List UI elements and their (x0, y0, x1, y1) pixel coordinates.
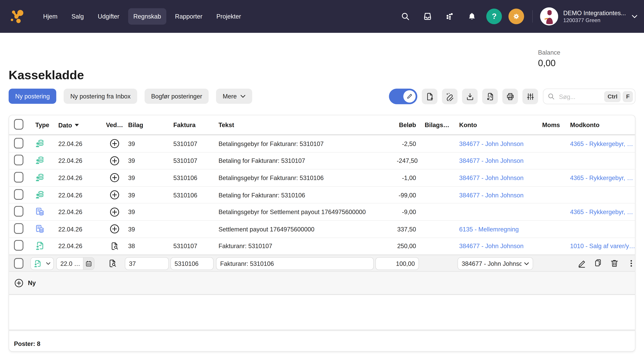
row-checkbox[interactable] (14, 223, 24, 234)
date-field[interactable]: 22.0 … (56, 257, 94, 270)
auto-attach-button[interactable] (442, 89, 458, 104)
column-tekst[interactable]: Tekst (216, 121, 397, 128)
row-dato: 22.04.26 (56, 157, 105, 164)
more-options-kebab-icon[interactable] (627, 259, 636, 268)
search-icon (548, 93, 555, 100)
row-checkbox[interactable] (14, 240, 24, 251)
print-button[interactable] (502, 89, 518, 104)
column-dato[interactable]: Dato (56, 121, 105, 129)
search-input[interactable] (558, 93, 604, 100)
table-row[interactable]: 22.04.26 38 5310107 Fakturanr: 5310107 2… (9, 238, 635, 255)
row-checkbox[interactable] (14, 189, 24, 199)
modkonto-link[interactable]: 4365 - Rykkergebyr, … (570, 208, 633, 215)
nav-item-regnskab[interactable]: Regnskab (128, 8, 166, 25)
konto-link[interactable]: 384677 - John Johnson (459, 140, 524, 147)
import-button[interactable] (462, 89, 478, 104)
plus-circle-icon[interactable] (109, 138, 120, 149)
type-select[interactable] (30, 257, 54, 270)
account-avatar[interactable] (540, 7, 558, 25)
apps-icon[interactable] (445, 12, 454, 21)
select-all-checkbox[interactable] (14, 119, 24, 130)
row-checkbox[interactable] (14, 206, 24, 217)
plus-circle-icon[interactable] (109, 190, 120, 200)
column-bilagstype[interactable]: Bilags… (419, 121, 456, 128)
plus-circle-icon[interactable] (109, 173, 120, 183)
gear-icon (512, 11, 521, 21)
export-file-button[interactable] (482, 89, 498, 104)
column-modkonto[interactable]: Modkonto (567, 121, 636, 128)
konto-link[interactable]: 384677 - John Johnson (459, 243, 524, 249)
nav-item-udgifter[interactable]: Udgifter (92, 8, 125, 25)
row-checkbox[interactable] (14, 155, 24, 165)
row-faktura: 5310107 (171, 140, 216, 147)
table-row[interactable]: 22.04.26 39 5310106 Betalingsgebyr for F… (9, 170, 635, 186)
row-bilag: 39 (124, 225, 171, 232)
edit-row[interactable]: 22.0 … 384677 - John Johnson (9, 255, 635, 272)
delete-row-button[interactable] (610, 259, 619, 268)
row-checkbox[interactable] (14, 258, 24, 269)
new-posting-button[interactable]: Ny postering (8, 89, 56, 104)
new-row-button[interactable]: Ny (9, 272, 635, 295)
row-faktura: 5310107 (171, 243, 216, 249)
billy-logo-icon[interactable] (11, 9, 24, 23)
column-konto[interactable]: Konto (456, 121, 540, 128)
column-settings-button[interactable] (522, 89, 538, 104)
action-buttons: Ny postering Ny postering fra Inbox Bogf… (8, 89, 252, 104)
file-search-icon[interactable] (108, 259, 117, 268)
edit-mode-toggle[interactable] (389, 89, 417, 104)
konto-link[interactable]: 6135 - Mellemregning (459, 225, 519, 232)
new-posting-from-inbox-button[interactable]: Ny postering fra Inbox (64, 89, 137, 104)
row-faktura: 5310107 (171, 157, 216, 164)
balance-label: Balance (538, 49, 560, 56)
more-button[interactable]: Mere (216, 89, 252, 104)
modkonto-link[interactable]: 4365 - Rykkergebyr, … (570, 174, 633, 181)
column-type[interactable]: Type (30, 121, 56, 128)
nav-item-projekter[interactable]: Projekter (211, 8, 246, 25)
calendar-button[interactable] (83, 258, 94, 270)
modkonto-link[interactable]: 4365 - Rykkergebyr, … (570, 140, 633, 147)
column-moms[interactable]: Moms (540, 121, 567, 128)
table-row[interactable]: 22.04.26 39 5310107 Betalingsgebyr for F… (9, 135, 635, 152)
konto-link[interactable]: 384677 - John Johnson (459, 174, 524, 181)
row-tekst: Betaling for Fakturanr: 5310106 (216, 191, 397, 198)
nav-item-rapporter[interactable]: Rapporter (170, 8, 208, 25)
faktura-input[interactable] (170, 257, 214, 270)
konto-link[interactable]: 384677 - John Johnson (459, 157, 524, 164)
post-entries-button[interactable]: Bogfør posteringer (145, 89, 209, 104)
nav-item-hjem[interactable]: Hjem (38, 8, 63, 25)
printer-icon (506, 92, 514, 101)
table-row[interactable]: 22.04.26 39 5310106 Betaling for Faktura… (9, 186, 635, 204)
row-checkbox[interactable] (14, 172, 24, 182)
column-vedhaeftning[interactable]: Ved… (105, 121, 124, 128)
help-button[interactable]: ? (486, 8, 502, 24)
konto-select[interactable]: 384677 - John Johnson (458, 257, 533, 270)
table-row[interactable]: 22.04.26 39 Betalingsgebyr for Settlemen… (9, 204, 635, 221)
new-document-button[interactable] (422, 89, 437, 104)
row-checkbox[interactable] (14, 138, 24, 148)
duplicate-row-button[interactable] (594, 259, 603, 268)
search-icon[interactable] (401, 12, 410, 21)
tekst-input[interactable] (216, 257, 374, 270)
table-row[interactable]: 22.04.26 39 Settlement payout 1764975600… (9, 221, 635, 238)
plus-circle-icon[interactable] (109, 156, 120, 166)
row-dato: 22.04.26 (56, 225, 105, 232)
account-menu[interactable]: DEMO Integrationtes... 1200377 Green (563, 9, 626, 24)
column-belob[interactable]: Beløb (397, 121, 419, 128)
settings-button[interactable] (509, 8, 524, 24)
plus-circle-icon[interactable] (109, 207, 120, 217)
column-bilag[interactable]: Bilag (124, 121, 171, 128)
chevron-down-icon[interactable] (632, 14, 638, 18)
inbox-icon[interactable] (423, 12, 432, 21)
plus-circle-icon[interactable] (109, 224, 120, 234)
table-row[interactable]: 22.04.26 39 5310107 Betaling for Faktura… (9, 152, 635, 170)
toggle-knob (403, 90, 416, 103)
file-search-icon[interactable] (110, 242, 119, 251)
modkonto-link[interactable]: 1010 - Salg af varer/y… (570, 243, 635, 249)
edit-row-button[interactable] (578, 259, 586, 268)
nav-item-salg[interactable]: Salg (66, 8, 89, 25)
belob-input[interactable] (375, 257, 419, 270)
konto-link[interactable]: 384677 - John Johnson (459, 191, 524, 198)
notifications-bell-icon[interactable] (468, 12, 477, 21)
bilag-input[interactable] (125, 257, 169, 270)
column-faktura[interactable]: Faktura (171, 121, 216, 128)
